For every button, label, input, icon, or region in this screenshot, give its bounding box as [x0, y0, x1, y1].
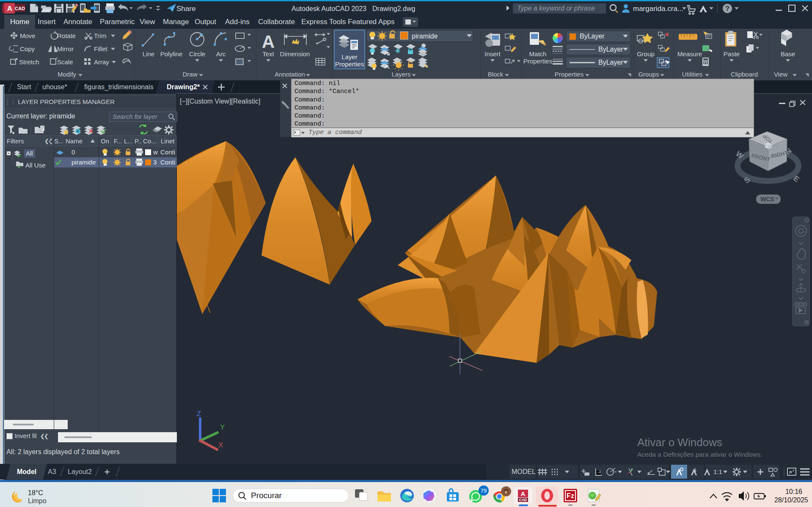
svg-text:X: X	[218, 441, 223, 449]
svg-text:10:16: 10:16	[785, 488, 802, 495]
svg-text:piramide: piramide	[72, 159, 96, 166]
svg-text:0: 0	[72, 148, 75, 156]
svg-text:Z: Z	[197, 410, 201, 418]
svg-text:1:1: 1:1	[713, 468, 722, 475]
svg-text:Fz: Fz	[567, 492, 574, 499]
svg-text:A: A	[521, 490, 526, 497]
svg-text:All: All	[26, 150, 33, 157]
svg-text:w: w	[153, 148, 158, 156]
svg-text:Procurar: Procurar	[251, 491, 282, 500]
svg-text:MODEL: MODEL	[512, 468, 536, 475]
svg-text:18°C: 18°C	[28, 489, 43, 496]
svg-text:28/10/2025: 28/10/2025	[774, 496, 808, 504]
svg-text:Limpo: Limpo	[28, 497, 47, 504]
svg-text:All Use: All Use	[25, 162, 46, 169]
svg-text:WCS: WCS	[760, 196, 774, 203]
svg-text:Conti: Conti	[160, 148, 175, 156]
svg-text:3: 3	[153, 159, 157, 166]
svg-text:Conti: Conti	[160, 159, 175, 166]
svg-text:CAD: CAD	[519, 498, 527, 502]
svg-text:Y: Y	[220, 423, 225, 431]
svg-text:79: 79	[481, 488, 487, 494]
